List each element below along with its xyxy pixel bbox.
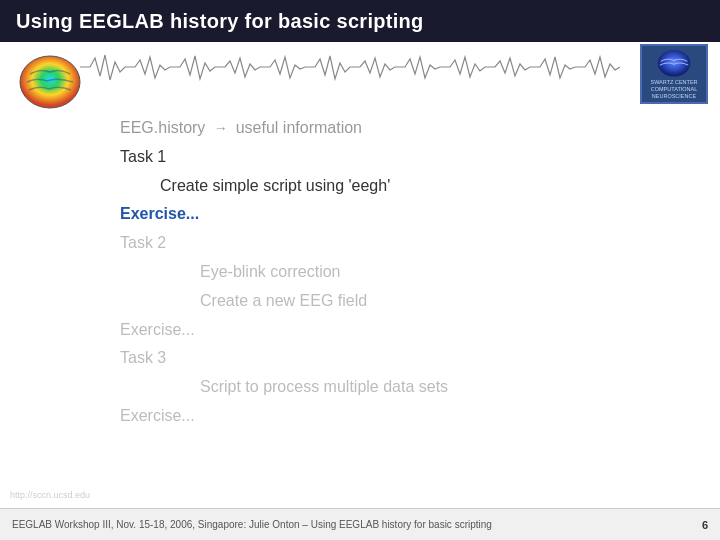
url-watermark: http://sccn.ucsd.edu — [10, 490, 90, 500]
svg-point-2 — [658, 50, 690, 77]
exercise1-label: Exercise... — [120, 202, 690, 227]
task2-label: Task 2 — [120, 231, 690, 256]
exercise2-label: Exercise... — [120, 318, 690, 343]
brain-logo-icon — [654, 48, 694, 77]
footer-citation: EEGLAB Workshop III, Nov. 15-18, 2006, S… — [12, 519, 492, 530]
footer-bar: EEGLAB Workshop III, Nov. 15-18, 2006, S… — [0, 508, 720, 540]
brain-colormap-icon — [15, 52, 85, 112]
useful-info-text: useful information — [236, 119, 362, 136]
line-eeg-history: EEG.history → useful information — [120, 116, 690, 141]
task2-description1: Eye-blink correction — [120, 260, 690, 285]
header-bar: Using EEGLAB history for basic scripting — [0, 0, 720, 42]
exercise3-label: Exercise... — [120, 404, 690, 429]
arrow-icon: → — [214, 120, 232, 136]
eeg-history-text: EEG.history — [120, 119, 205, 136]
task1-label: Task 1 — [120, 145, 690, 170]
task1-description: Create simple script using 'eegh' — [120, 174, 690, 199]
task3-description: Script to process multiple data sets — [120, 375, 690, 400]
task3-label: Task 3 — [120, 346, 690, 371]
institution-logo: SWARTZ CENTERCOMPUTATIONALNEUROSCIENCE — [640, 44, 708, 104]
logo-text: SWARTZ CENTERCOMPUTATIONALNEUROSCIENCE — [650, 79, 697, 100]
eeg-waveform — [80, 50, 620, 85]
slide-title: Using EEGLAB history for basic scripting — [16, 10, 424, 33]
footer-page-number: 6 — [702, 519, 708, 531]
task2-description2: Create a new EEG field — [120, 289, 690, 314]
slide-content: EEG.history → useful information Task 1 … — [100, 108, 710, 504]
